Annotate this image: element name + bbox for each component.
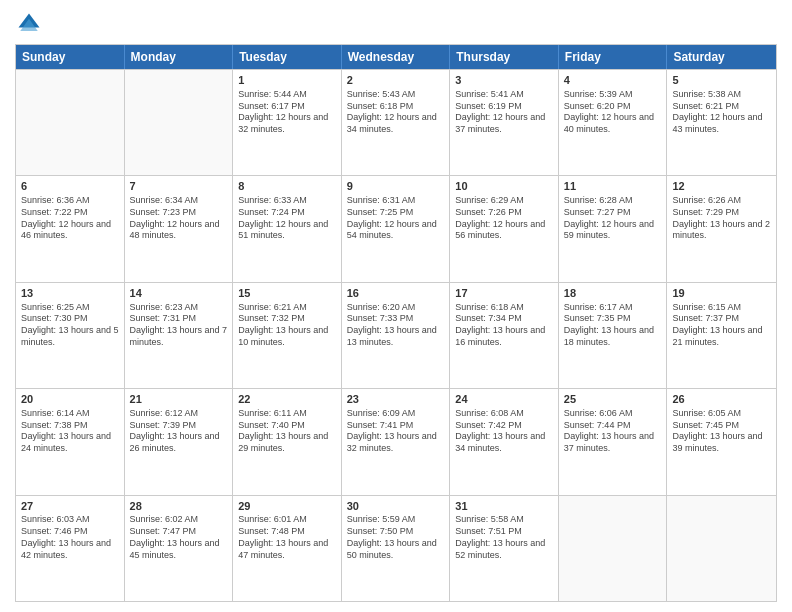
cell-day-number: 15 [238,286,336,301]
cell-info: Sunrise: 6:26 AM Sunset: 7:29 PM Dayligh… [672,195,771,242]
cell-day-number: 17 [455,286,553,301]
cell-day-number: 31 [455,499,553,514]
calendar-header-cell: Wednesday [342,45,451,69]
calendar-header-cell: Thursday [450,45,559,69]
cell-day-number: 27 [21,499,119,514]
cell-info: Sunrise: 5:39 AM Sunset: 6:20 PM Dayligh… [564,89,662,136]
cell-info: Sunrise: 6:01 AM Sunset: 7:48 PM Dayligh… [238,514,336,561]
cell-day-number: 23 [347,392,445,407]
cell-info: Sunrise: 6:36 AM Sunset: 7:22 PM Dayligh… [21,195,119,242]
cell-info: Sunrise: 5:41 AM Sunset: 6:19 PM Dayligh… [455,89,553,136]
calendar-cell: 3Sunrise: 5:41 AM Sunset: 6:19 PM Daylig… [450,70,559,175]
calendar-cell: 24Sunrise: 6:08 AM Sunset: 7:42 PM Dayli… [450,389,559,494]
cell-day-number: 20 [21,392,119,407]
cell-day-number: 6 [21,179,119,194]
logo-icon [15,10,43,38]
cell-day-number: 11 [564,179,662,194]
cell-day-number: 25 [564,392,662,407]
calendar-cell: 27Sunrise: 6:03 AM Sunset: 7:46 PM Dayli… [16,496,125,601]
calendar-row: 20Sunrise: 6:14 AM Sunset: 7:38 PM Dayli… [16,388,776,494]
cell-info: Sunrise: 6:29 AM Sunset: 7:26 PM Dayligh… [455,195,553,242]
calendar-header-cell: Sunday [16,45,125,69]
cell-day-number: 19 [672,286,771,301]
cell-info: Sunrise: 6:05 AM Sunset: 7:45 PM Dayligh… [672,408,771,455]
cell-info: Sunrise: 5:43 AM Sunset: 6:18 PM Dayligh… [347,89,445,136]
calendar-cell: 11Sunrise: 6:28 AM Sunset: 7:27 PM Dayli… [559,176,668,281]
calendar-cell: 30Sunrise: 5:59 AM Sunset: 7:50 PM Dayli… [342,496,451,601]
calendar-cell: 10Sunrise: 6:29 AM Sunset: 7:26 PM Dayli… [450,176,559,281]
calendar-cell: 5Sunrise: 5:38 AM Sunset: 6:21 PM Daylig… [667,70,776,175]
logo [15,10,47,38]
cell-info: Sunrise: 6:14 AM Sunset: 7:38 PM Dayligh… [21,408,119,455]
calendar-cell: 9Sunrise: 6:31 AM Sunset: 7:25 PM Daylig… [342,176,451,281]
calendar-cell: 22Sunrise: 6:11 AM Sunset: 7:40 PM Dayli… [233,389,342,494]
cell-day-number: 9 [347,179,445,194]
cell-day-number: 26 [672,392,771,407]
calendar-cell: 18Sunrise: 6:17 AM Sunset: 7:35 PM Dayli… [559,283,668,388]
calendar-cell [559,496,668,601]
cell-info: Sunrise: 6:21 AM Sunset: 7:32 PM Dayligh… [238,302,336,349]
calendar-cell: 31Sunrise: 5:58 AM Sunset: 7:51 PM Dayli… [450,496,559,601]
calendar-cell: 13Sunrise: 6:25 AM Sunset: 7:30 PM Dayli… [16,283,125,388]
calendar-header-cell: Saturday [667,45,776,69]
calendar-cell: 2Sunrise: 5:43 AM Sunset: 6:18 PM Daylig… [342,70,451,175]
cell-day-number: 13 [21,286,119,301]
cell-info: Sunrise: 6:11 AM Sunset: 7:40 PM Dayligh… [238,408,336,455]
calendar-row: 1Sunrise: 5:44 AM Sunset: 6:17 PM Daylig… [16,69,776,175]
calendar-cell: 23Sunrise: 6:09 AM Sunset: 7:41 PM Dayli… [342,389,451,494]
cell-day-number: 30 [347,499,445,514]
cell-info: Sunrise: 6:03 AM Sunset: 7:46 PM Dayligh… [21,514,119,561]
calendar-cell: 14Sunrise: 6:23 AM Sunset: 7:31 PM Dayli… [125,283,234,388]
cell-day-number: 8 [238,179,336,194]
cell-day-number: 29 [238,499,336,514]
cell-info: Sunrise: 6:31 AM Sunset: 7:25 PM Dayligh… [347,195,445,242]
cell-day-number: 22 [238,392,336,407]
cell-day-number: 3 [455,73,553,88]
calendar-cell: 26Sunrise: 6:05 AM Sunset: 7:45 PM Dayli… [667,389,776,494]
calendar-cell [667,496,776,601]
cell-day-number: 10 [455,179,553,194]
cell-day-number: 28 [130,499,228,514]
calendar-cell: 17Sunrise: 6:18 AM Sunset: 7:34 PM Dayli… [450,283,559,388]
cell-info: Sunrise: 5:44 AM Sunset: 6:17 PM Dayligh… [238,89,336,136]
cell-day-number: 18 [564,286,662,301]
calendar-cell: 20Sunrise: 6:14 AM Sunset: 7:38 PM Dayli… [16,389,125,494]
calendar-header-cell: Tuesday [233,45,342,69]
calendar-cell: 8Sunrise: 6:33 AM Sunset: 7:24 PM Daylig… [233,176,342,281]
cell-info: Sunrise: 6:08 AM Sunset: 7:42 PM Dayligh… [455,408,553,455]
cell-day-number: 1 [238,73,336,88]
calendar-cell: 16Sunrise: 6:20 AM Sunset: 7:33 PM Dayli… [342,283,451,388]
cell-info: Sunrise: 5:38 AM Sunset: 6:21 PM Dayligh… [672,89,771,136]
calendar-cell [16,70,125,175]
cell-info: Sunrise: 6:33 AM Sunset: 7:24 PM Dayligh… [238,195,336,242]
cell-info: Sunrise: 6:06 AM Sunset: 7:44 PM Dayligh… [564,408,662,455]
calendar-row: 13Sunrise: 6:25 AM Sunset: 7:30 PM Dayli… [16,282,776,388]
cell-day-number: 7 [130,179,228,194]
calendar-row: 6Sunrise: 6:36 AM Sunset: 7:22 PM Daylig… [16,175,776,281]
cell-info: Sunrise: 5:58 AM Sunset: 7:51 PM Dayligh… [455,514,553,561]
cell-day-number: 24 [455,392,553,407]
page: SundayMondayTuesdayWednesdayThursdayFrid… [0,0,792,612]
calendar-body: 1Sunrise: 5:44 AM Sunset: 6:17 PM Daylig… [16,69,776,601]
calendar: SundayMondayTuesdayWednesdayThursdayFrid… [15,44,777,602]
calendar-cell: 15Sunrise: 6:21 AM Sunset: 7:32 PM Dayli… [233,283,342,388]
calendar-header-cell: Monday [125,45,234,69]
calendar-header: SundayMondayTuesdayWednesdayThursdayFrid… [16,45,776,69]
calendar-header-cell: Friday [559,45,668,69]
cell-day-number: 4 [564,73,662,88]
header [15,10,777,38]
calendar-row: 27Sunrise: 6:03 AM Sunset: 7:46 PM Dayli… [16,495,776,601]
cell-day-number: 2 [347,73,445,88]
cell-info: Sunrise: 5:59 AM Sunset: 7:50 PM Dayligh… [347,514,445,561]
cell-info: Sunrise: 6:25 AM Sunset: 7:30 PM Dayligh… [21,302,119,349]
calendar-cell: 29Sunrise: 6:01 AM Sunset: 7:48 PM Dayli… [233,496,342,601]
cell-day-number: 16 [347,286,445,301]
calendar-cell: 4Sunrise: 5:39 AM Sunset: 6:20 PM Daylig… [559,70,668,175]
calendar-cell: 1Sunrise: 5:44 AM Sunset: 6:17 PM Daylig… [233,70,342,175]
cell-info: Sunrise: 6:28 AM Sunset: 7:27 PM Dayligh… [564,195,662,242]
calendar-cell [125,70,234,175]
cell-info: Sunrise: 6:20 AM Sunset: 7:33 PM Dayligh… [347,302,445,349]
cell-day-number: 21 [130,392,228,407]
calendar-cell: 6Sunrise: 6:36 AM Sunset: 7:22 PM Daylig… [16,176,125,281]
calendar-cell: 21Sunrise: 6:12 AM Sunset: 7:39 PM Dayli… [125,389,234,494]
